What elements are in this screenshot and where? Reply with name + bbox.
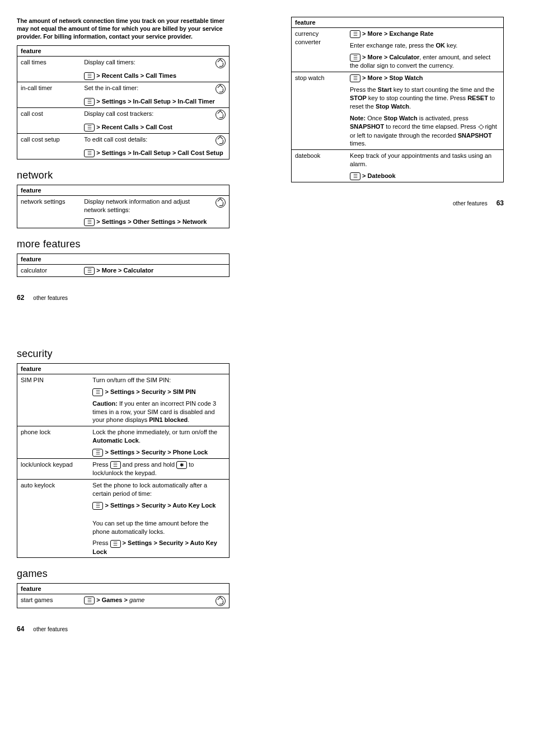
page-number: 64 [17, 625, 24, 633]
operator-icon [216, 198, 226, 208]
heading-network: network [17, 170, 229, 181]
row-desc: Set the in-call timer: [81, 82, 212, 96]
menu-icon: ☰ [92, 449, 103, 457]
row-desc: Display network information and adjust n… [81, 195, 212, 215]
operator-icon [216, 84, 226, 94]
star-key-icon: ✱ [176, 461, 187, 469]
table-call: feature call times Display call timers: … [17, 45, 229, 159]
row-label: start games [17, 594, 81, 608]
row-path: ☰ > More > Calculator [81, 264, 229, 276]
footer-63: other features 63 [291, 199, 504, 207]
footer-62: 62 other features [17, 294, 229, 302]
footer-64: 64 other features [17, 625, 229, 633]
row-path: ☰ > Settings > In-Call Setup > In-Call T… [81, 96, 229, 108]
table-header: feature [17, 584, 229, 594]
row-label: calculator [17, 264, 81, 276]
menu-icon: ☰ [84, 98, 95, 106]
menu-icon: ☰ [84, 597, 95, 604]
row-caution: Caution: If you enter an incorrect PIN c… [89, 398, 229, 426]
row-label: in-call timer [17, 82, 81, 96]
nav-key-icon: ·◇· [478, 123, 484, 130]
row-label: call cost setup [17, 133, 81, 147]
row-desc: Press the Start key to start counting th… [346, 84, 503, 112]
row-desc: Keep track of your appointments and task… [346, 150, 503, 170]
menu-icon: ☰ [92, 502, 103, 510]
row-desc: Turn on/turn off the SIM PIN: [89, 374, 229, 386]
row-desc: ☰ > More > Calculator, enter amount, and… [346, 51, 503, 72]
table-header: feature [17, 363, 229, 374]
page-64: security feature SIM PIN Turn on/turn of… [17, 338, 229, 633]
table-games: feature start games ☰ > Games > game [17, 583, 229, 608]
table-more-cont: feature currency converter ☰ > More > Ex… [291, 17, 504, 182]
menu-icon: ☰ [350, 54, 360, 62]
row-path: ☰ > Settings > Security > Phone Lock [89, 447, 229, 459]
menu-icon: ☰ [110, 540, 121, 548]
menu-icon: ☰ [92, 388, 103, 396]
operator-icon [216, 135, 226, 145]
page-63: feature currency converter ☰ > More > Ex… [291, 17, 504, 302]
footer-label: other features [33, 295, 68, 301]
row-path: ☰ > Recent Calls > Call Times [81, 70, 229, 82]
row-label: network settings [17, 195, 81, 215]
table-network: feature network settings Display network… [17, 185, 229, 228]
operator-icon [216, 110, 226, 120]
row-desc: Press ☰ and press and hold ✱ to lock/unl… [89, 459, 229, 480]
row-label: stop watch [292, 72, 347, 149]
footer-label: other features [453, 200, 488, 206]
menu-icon: ☰ [84, 267, 95, 275]
row-label: currency converter [292, 28, 347, 72]
table-header: feature [17, 45, 229, 56]
row-label: auto keylock [17, 479, 90, 557]
menu-icon: ☰ [84, 218, 95, 226]
menu-icon: ☰ [350, 74, 360, 82]
row-path: ☰ > Datebook [346, 170, 503, 182]
row-icon [212, 56, 229, 70]
operator-icon [216, 58, 226, 68]
spread-62-63: The amount of network connection time yo… [17, 17, 517, 302]
row-path: ☰ > More > Stop Watch [346, 72, 503, 84]
intro-text: The amount of network connection time yo… [17, 17, 229, 41]
table-more: feature calculator ☰ > More > Calculator [17, 253, 229, 277]
table-header: feature [292, 17, 504, 28]
menu-icon: ☰ [110, 461, 121, 469]
footer-label: other features [33, 626, 68, 632]
table-security: feature SIM PIN Turn on/turn off the SIM… [17, 363, 229, 558]
row-desc: Enter exchange rate, press the OK key. [346, 40, 503, 51]
row-label: call times [17, 56, 81, 70]
row-label: phone lock [17, 426, 90, 459]
page-62: The amount of network connection time yo… [17, 17, 229, 302]
operator-icon [216, 596, 226, 606]
row-desc: Display call timers: [81, 56, 212, 70]
row-label: SIM PIN [17, 374, 90, 426]
row-path: ☰ > Games > game [81, 594, 212, 608]
row-path: ☰ > More > Exchange Rate [346, 28, 503, 40]
heading-more-features: more features [17, 238, 229, 250]
menu-icon: ☰ [84, 72, 95, 80]
row-path: Press ☰ > Settings > Security > Auto Key… [89, 537, 229, 557]
row-desc: Lock the phone immediately, or turn on/o… [89, 426, 229, 447]
table-header: feature [17, 253, 229, 264]
table-header: feature [17, 185, 229, 195]
row-path: ☰ > Settings > Security > SIM PIN [89, 386, 229, 398]
row-path: ☰ > Settings > In-Call Setup > Call Cost… [81, 147, 229, 159]
spread-64: security feature SIM PIN Turn on/turn of… [17, 338, 517, 633]
row-note: Note: Once Stop Watch is activated, pres… [346, 112, 503, 150]
row-desc: Display call cost trackers: [81, 107, 212, 121]
page-number: 62 [17, 294, 24, 302]
heading-security: security [17, 348, 229, 360]
row-path: ☰ > Recent Calls > Call Cost [81, 121, 229, 134]
heading-games: games [17, 568, 229, 580]
row-desc: You can set up the time amount before th… [89, 511, 229, 538]
menu-icon: ☰ [84, 149, 95, 157]
menu-icon: ☰ [350, 30, 360, 38]
row-label: lock/unlock keypad [17, 459, 90, 480]
row-desc: Set the phone to lock automatically afte… [89, 479, 229, 499]
row-label: datebook [292, 150, 347, 182]
row-path: ☰ > Settings > Other Settings > Network [81, 216, 229, 228]
menu-icon: ☰ [84, 124, 95, 132]
row-desc: To edit call cost details: [81, 133, 212, 147]
page-number: 63 [496, 199, 504, 207]
row-path: ☰ > Settings > Security > Auto Key Lock [89, 500, 229, 511]
row-label: call cost [17, 107, 81, 121]
menu-icon: ☰ [350, 172, 360, 180]
